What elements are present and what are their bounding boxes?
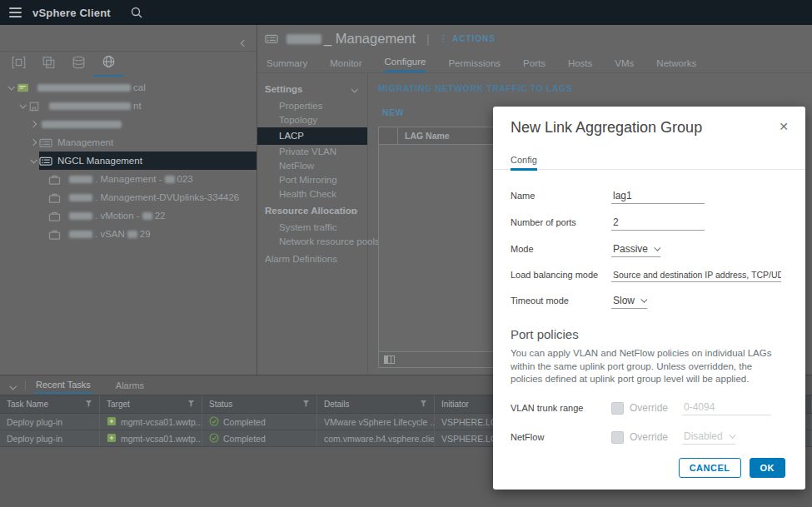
migrating-traffic-link[interactable]: MIGRATING NETWORK TRAFFIC TO LAGS — [378, 83, 803, 93]
tab-config[interactable]: Config — [511, 155, 537, 171]
columns-icon[interactable] — [384, 355, 395, 364]
filter-icon[interactable] — [187, 400, 195, 409]
redacted-text — [37, 84, 131, 92]
nav-tab-storage[interactable] — [63, 52, 93, 77]
column-header-status[interactable]: Status — [202, 395, 317, 413]
actions-button[interactable]: ⋮ ACTIONS — [439, 33, 496, 44]
lag-name-column-header[interactable]: LAG Name — [398, 127, 450, 144]
ok-button[interactable]: OK — [750, 458, 786, 478]
settings-menu-netflow[interactable]: NetFlow — [257, 159, 367, 173]
storage-icon — [71, 55, 87, 73]
dialog-header: New Link Aggregation Group ✕ — [493, 107, 805, 137]
masthead: vSphere Client — [0, 0, 812, 25]
tree-item[interactable]: . Management-DVUplinks-334426 — [0, 188, 257, 206]
chevron-right-icon[interactable] — [27, 140, 39, 145]
field-label: NetFlow — [511, 432, 611, 442]
plugin-icon — [107, 433, 117, 445]
settings-menu-system-traffic[interactable]: System traffic — [257, 221, 367, 235]
task-cell: Completed — [202, 430, 317, 446]
dialog-field-timeout-mode: Timeout modeSlow — [511, 295, 785, 309]
filter-icon[interactable] — [420, 400, 427, 409]
navigator-header — [0, 25, 257, 52]
tree-item[interactable]: . vSAN 29 — [0, 225, 257, 243]
tab-networks[interactable]: Networks — [656, 52, 696, 72]
settings-menu-settings[interactable]: Settings — [257, 80, 367, 99]
tree-item-label: . Management-DVUplinks-334426 — [95, 192, 239, 202]
timeout-mode-select[interactable]: Slow — [611, 295, 647, 309]
cancel-button[interactable]: CANCEL — [679, 458, 741, 478]
tree-item[interactable]: cal — [0, 78, 257, 97]
tab-ports[interactable]: Ports — [523, 52, 545, 72]
settings-menu-alarm-definitions[interactable]: Alarm Definitions — [257, 252, 367, 266]
tree-item[interactable]: . vMotion - 22 — [0, 206, 257, 225]
app-title: vSphere Client — [32, 7, 111, 19]
close-icon[interactable]: ✕ — [779, 119, 789, 134]
search-icon[interactable] — [131, 7, 142, 18]
name-input[interactable]: lag1 — [611, 190, 705, 204]
tab-alarms[interactable]: Alarms — [114, 377, 146, 393]
tree-item-label: 023 — [177, 174, 193, 184]
settings-menu-health-check[interactable]: Health Check — [257, 187, 367, 201]
settings-menu-resource-allocation[interactable]: Resource Allocation — [257, 201, 367, 221]
tab-recent-tasks[interactable]: Recent Tasks — [34, 376, 92, 394]
filter-icon[interactable] — [85, 400, 92, 409]
nav-tab-hosts-and-clusters[interactable] — [3, 52, 33, 77]
tree-item-label: cal — [133, 82, 146, 92]
tree-item-label: 29 — [140, 229, 151, 239]
netflow-select[interactable]: Disabled — [682, 430, 735, 445]
object-header: _ Management | ⋮ ACTIONS — [257, 25, 812, 52]
tree-item[interactable]: . Management - 023 — [0, 170, 257, 188]
tree-item-label: . vMotion - — [95, 211, 140, 221]
settings-menu-port-mirroring[interactable]: Port Mirroring — [257, 173, 367, 187]
settings-menu-network-resource-pools[interactable]: Network resource pools — [257, 235, 367, 249]
settings-menu-topology[interactable]: Topology — [257, 113, 367, 127]
tree-item[interactable]: NGCL Management — [0, 152, 257, 170]
tab-summary[interactable]: Summary — [267, 52, 307, 72]
portgroup-icon — [48, 228, 62, 240]
tab-permissions[interactable]: Permissions — [448, 52, 501, 72]
new-lag-button[interactable]: NEW — [382, 107, 404, 117]
number-of-ports-input[interactable]: 2 — [611, 216, 705, 231]
task-cell: VMware vSphere Lifecycle ... — [317, 414, 435, 430]
hamburger-menu-icon[interactable] — [9, 7, 22, 17]
filter-icon[interactable] — [302, 400, 310, 409]
mode-select[interactable]: Passive — [611, 243, 660, 257]
policy-row-vlan-trunk-range: VLAN trunk rangeOverride0-4094 — [511, 401, 785, 415]
completed-icon — [209, 433, 219, 445]
chevron-right-icon[interactable] — [27, 122, 39, 127]
tab-hosts[interactable]: Hosts — [568, 52, 592, 72]
nav-tab-networking[interactable] — [93, 52, 123, 77]
redacted-text — [69, 231, 92, 238]
chevron-down-icon[interactable] — [5, 85, 17, 90]
redacted-title-prefix — [286, 34, 321, 44]
select-all-column[interactable] — [379, 127, 398, 144]
override-checkbox[interactable] — [611, 402, 624, 415]
column-header-details[interactable]: Details — [317, 395, 435, 413]
redacted-text — [69, 194, 92, 201]
tab-monitor[interactable]: Monitor — [330, 52, 361, 72]
column-header-task-name[interactable]: Task Name — [0, 395, 100, 413]
tree-item[interactable] — [0, 115, 257, 133]
collapse-panel-icon[interactable] — [242, 34, 247, 49]
collapse-pane-icon[interactable] — [10, 378, 15, 393]
nav-tab-vms-and-templates[interactable] — [33, 52, 63, 77]
load-balancing-mode-select[interactable]: Source and destination IP address, TCP/U… — [611, 270, 781, 282]
tree-item[interactable]: nt — [0, 97, 257, 115]
task-cell: com.vmware.h4.vsphere.clie... — [317, 430, 435, 446]
field-label: Mode — [511, 244, 611, 254]
field-label: Timeout mode — [511, 296, 611, 306]
new-lag-dialog: New Link Aggregation Group ✕ Config Name… — [493, 107, 805, 490]
portgroup-icon — [48, 173, 62, 185]
chevron-down-icon — [351, 86, 357, 92]
tree-item[interactable]: Management — [0, 133, 257, 152]
override-checkbox[interactable] — [611, 431, 624, 444]
chevron-down-icon[interactable] — [17, 103, 28, 108]
settings-menu-properties[interactable]: Properties — [257, 99, 367, 113]
settings-menu-lacp[interactable]: LACP — [257, 127, 367, 145]
chevron-down-icon[interactable] — [27, 158, 39, 163]
column-header-target[interactable]: Target — [100, 395, 202, 413]
tab-configure[interactable]: Configure — [385, 52, 426, 72]
settings-menu-private-vlan[interactable]: Private VLAN — [257, 145, 367, 159]
vlan-trunk-range-input[interactable]: 0-4094 — [682, 401, 771, 415]
tab-vms[interactable]: VMs — [615, 52, 634, 72]
